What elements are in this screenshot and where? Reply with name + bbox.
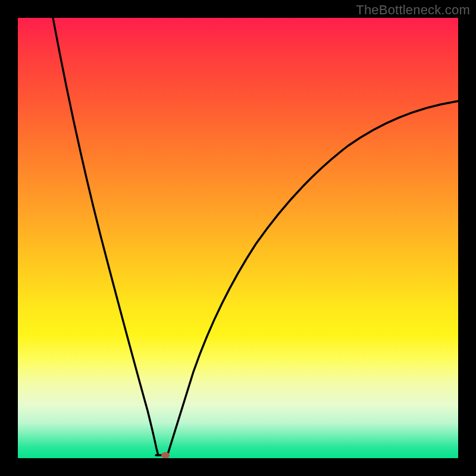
optimal-point-marker xyxy=(161,452,170,458)
curve-left-branch xyxy=(53,18,158,455)
watermark-text: TheBottleneck.com xyxy=(356,2,470,18)
chart-frame: TheBottleneck.com xyxy=(0,0,476,476)
curve-right-branch xyxy=(168,101,458,454)
plot-area xyxy=(18,18,458,458)
bottleneck-curve xyxy=(18,18,458,458)
